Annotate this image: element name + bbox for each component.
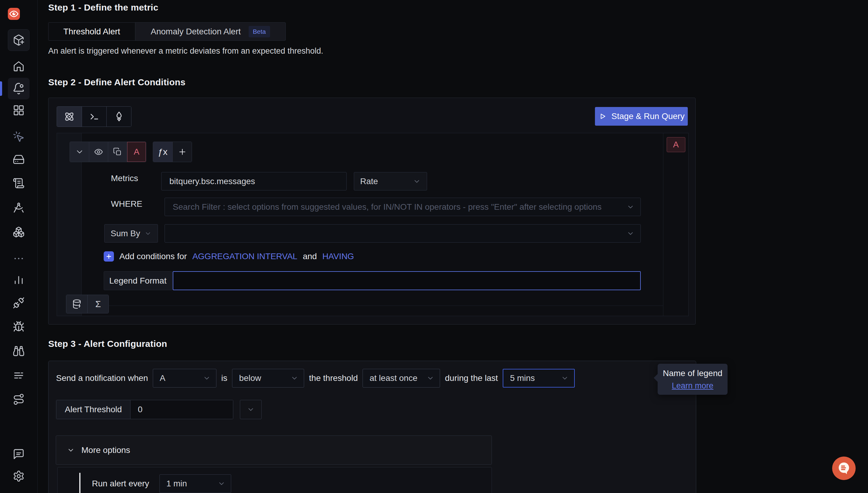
flame-icon: [113, 111, 125, 122]
sum-by-dropdown[interactable]: Sum By: [104, 224, 158, 242]
threshold-unit-dropdown[interactable]: [240, 400, 262, 419]
route-icon: [13, 393, 25, 405]
alert-type-tabs: Threshold Alert Anomaly Detection Alert …: [48, 22, 286, 41]
unplug-icon: [13, 297, 25, 309]
boxes-icon: [13, 226, 25, 238]
legend-format-field: [173, 271, 641, 290]
learn-more-link[interactable]: Learn more: [672, 381, 713, 390]
sidebar-item-get-started[interactable]: [8, 29, 29, 51]
operator-dropdown[interactable]: below: [232, 369, 304, 388]
sidebar-item-alerts[interactable]: [8, 78, 29, 100]
support-chat-button[interactable]: [832, 456, 855, 480]
operator-value: below: [239, 373, 261, 383]
home-icon: [13, 60, 25, 72]
add-query-button[interactable]: [172, 142, 192, 162]
sidebar-item-more[interactable]: [8, 248, 29, 270]
where-filter-input[interactable]: [165, 202, 627, 212]
sidebar-item-service-map[interactable]: [8, 197, 29, 218]
tab-threshold-alert-label: Threshold Alert: [63, 27, 120, 37]
chevron-down-icon: [75, 147, 84, 156]
run-frequency-dropdown[interactable]: 1 min: [159, 474, 231, 493]
legend-tooltip: Name of legend Learn more: [658, 364, 728, 395]
legend-format-input[interactable]: [173, 276, 640, 286]
chevron-down-icon: [627, 203, 634, 211]
sidebar-item-feedback[interactable]: [8, 443, 29, 465]
sidebar-item-connectors[interactable]: [8, 292, 29, 314]
tab-threshold-alert[interactable]: Threshold Alert: [48, 23, 135, 40]
sentence-is: is: [221, 373, 227, 383]
sentence-during-text: during the last: [445, 373, 498, 383]
sidebar-item-home[interactable]: [8, 56, 29, 77]
legend-format-label: Legend Format: [104, 271, 172, 290]
aggregation-dropdown[interactable]: Rate: [354, 172, 427, 190]
sidebar-item-infrastructure[interactable]: [8, 149, 29, 170]
metric-name-input[interactable]: [161, 177, 346, 186]
stage-run-query-button[interactable]: Stage & Run Query: [595, 107, 688, 126]
occurrence-dropdown[interactable]: at least once: [363, 369, 440, 388]
active-nav-indicator: [0, 81, 2, 96]
collapse-query-button[interactable]: [70, 142, 89, 162]
alert-configuration-panel: Send a notification when A is below the …: [48, 361, 696, 493]
step3-title: Step 3 - Alert Configuration: [48, 339, 167, 349]
logs-scroll-icon: [13, 177, 25, 189]
alert-bell-icon: [13, 82, 25, 95]
sidebar-item-logs[interactable]: [8, 172, 29, 194]
add-conditions-row: Add conditions for AGGREGATION INTERVAL …: [104, 251, 354, 261]
dashboards-grid-icon: [13, 104, 25, 116]
sidebar-item-log-pipelines[interactable]: [8, 365, 29, 386]
notification-condition-sentence: Send a notification when A is below the …: [56, 369, 575, 388]
more-options-label: More options: [81, 445, 130, 455]
alert-threshold-field: Alert Threshold: [56, 400, 233, 419]
message-square-icon: [13, 448, 25, 460]
group-by-select[interactable]: [165, 224, 641, 242]
chevron-down-icon: [561, 374, 569, 382]
query-extra-controls: ƒx: [153, 142, 192, 162]
query-row-controls: A: [70, 142, 146, 162]
query-type-switcher: [57, 106, 131, 127]
conditions-prefix: Add conditions for: [120, 252, 187, 261]
query-name-badge[interactable]: A: [127, 142, 146, 162]
sidebar-item-settings[interactable]: [8, 465, 29, 487]
sidebar-item-exceptions[interactable]: [8, 316, 29, 338]
alert-threshold-label: Alert Threshold: [56, 400, 130, 419]
query-a-badge[interactable]: A: [667, 137, 685, 152]
sidebar-item-traces[interactable]: [8, 126, 29, 148]
time-window-dropdown[interactable]: 5 mins: [503, 369, 575, 388]
sigma-button[interactable]: Σ: [87, 295, 108, 313]
toggle-visibility-button[interactable]: [89, 142, 108, 162]
clickhouse-query-tab[interactable]: [82, 107, 106, 127]
step2-title: Step 2 - Define Alert Conditions: [48, 77, 186, 87]
settings-gear-icon: [13, 470, 25, 482]
query-builder-tab[interactable]: [57, 107, 82, 127]
sidebar-item-integrations[interactable]: [8, 221, 29, 243]
chevron-down-icon: [144, 230, 152, 237]
chevron-down-icon: [427, 374, 434, 382]
signoz-logo-icon[interactable]: [8, 8, 20, 20]
binoculars-icon: [13, 345, 25, 357]
beta-badge: Beta: [248, 26, 270, 37]
clone-query-button[interactable]: [108, 142, 127, 162]
sidebar-item-metrics[interactable]: [8, 268, 29, 290]
query-footer-divider: [108, 305, 663, 306]
sidebar-item-dashboards[interactable]: [8, 100, 29, 121]
promql-tab[interactable]: [106, 107, 131, 127]
add-condition-button[interactable]: [104, 251, 114, 261]
more-options-header[interactable]: More options: [56, 435, 492, 465]
database-query-button[interactable]: [66, 295, 87, 313]
tab-anomaly-label: Anomaly Detection Alert: [151, 27, 241, 37]
add-function-button[interactable]: ƒx: [153, 142, 172, 162]
aggregation-interval-link[interactable]: AGGREGATION INTERVAL: [192, 252, 298, 261]
tab-anomaly-detection-alert[interactable]: Anomaly Detection Alert Beta: [135, 23, 285, 40]
having-link[interactable]: HAVING: [322, 252, 354, 261]
run-alert-every-row: Run alert every 1 min: [92, 474, 231, 493]
terminal-icon: [89, 111, 100, 122]
sidebar: [0, 0, 38, 493]
alert-threshold-input[interactable]: [130, 405, 233, 414]
query-select-dropdown[interactable]: A: [153, 369, 216, 388]
sidebar-item-pipelines[interactable]: [8, 388, 29, 410]
where-filter-field: [165, 198, 641, 216]
sidebar-item-explorer[interactable]: [8, 340, 29, 362]
sentence-prefix: Send a notification when: [56, 373, 148, 383]
sentence-threshold-text: the threshold: [309, 373, 358, 383]
time-window-value: 5 mins: [510, 373, 535, 383]
